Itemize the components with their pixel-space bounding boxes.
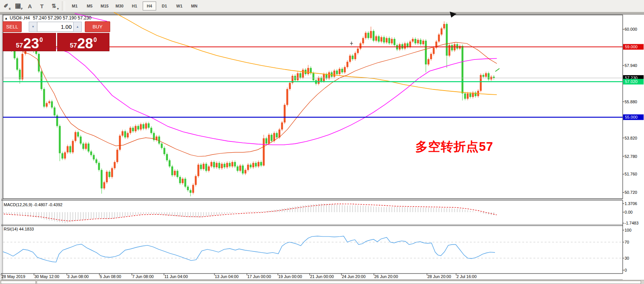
sell-price-box[interactable]: 57 23 0 [3, 33, 56, 51]
volume-input[interactable] [37, 22, 74, 32]
svg-text:17 Jun 00:00: 17 Jun 00:00 [247, 274, 271, 279]
ma-slow-orange [114, 12, 497, 95]
svg-text:13 Jun 04:00: 13 Jun 04:00 [215, 274, 239, 279]
price-axis[interactable]: 60.00057.94055.88053.82052.78051.76050.7… [623, 27, 644, 272]
svg-text:28 Jun 20:00: 28 Jun 20:00 [427, 274, 451, 279]
svg-text:7 Jun 08:00: 7 Jun 08:00 [132, 274, 154, 279]
quote-prices-row: 57 23 0 57 28 0 [3, 33, 109, 51]
svg-text:70: 70 [625, 240, 629, 244]
svg-text:52.780: 52.780 [625, 154, 637, 159]
green-mark-object[interactable] [495, 68, 499, 71]
sell-price-point: 0 [40, 37, 43, 43]
rsi-pane [3, 236, 623, 262]
svg-text:57.940: 57.940 [625, 63, 637, 68]
svg-text:30 May 12:00: 30 May 12:00 [34, 274, 59, 279]
sell-button[interactable]: SELL [3, 21, 22, 32]
svg-text:19 Jun 00:00: 19 Jun 00:00 [278, 274, 302, 279]
svg-text:11 Jun 04:00: 11 Jun 04:00 [164, 274, 188, 279]
svg-text:60.000: 60.000 [625, 27, 637, 31]
svg-text:5 Jun 08:00: 5 Jun 08:00 [100, 274, 121, 279]
ma-mid-magenta [55, 48, 497, 145]
volume-decrease-button[interactable]: ▼ [29, 22, 37, 32]
collapse-triangle-icon[interactable]: ▲ [4, 16, 8, 20]
mt4-window: ✐E⿙FAT⇅▾ M1M5M15M30H1H4D1W1MN 60.00057.9… [0, 0, 644, 284]
svg-text:28 May 2019: 28 May 2019 [1, 274, 25, 279]
svg-text:57.020: 57.020 [625, 79, 638, 84]
svg-text:21 Jun 00:00: 21 Jun 00:00 [310, 274, 334, 279]
buy-price-box[interactable]: 57 28 0 [57, 33, 109, 51]
macd-indicator-label: MACD(12,26,9) -0.4807 -0.4392 [4, 202, 62, 207]
rsi-line [3, 236, 495, 262]
svg-text:-1.7483: -1.7483 [625, 221, 638, 225]
svg-text:30: 30 [625, 256, 629, 260]
svg-text:55.880: 55.880 [625, 100, 637, 104]
buy-price-point: 0 [93, 37, 97, 43]
svg-text:2 Jul 16:00: 2 Jul 16:00 [456, 274, 477, 279]
svg-text:3 Jun 08:00: 3 Jun 08:00 [67, 274, 89, 279]
chevron-down-icon: ▼ [32, 25, 35, 28]
sell-price-whole: 57 [16, 42, 23, 49]
svg-text:50.720: 50.720 [625, 190, 637, 195]
svg-text:53.820: 53.820 [625, 136, 637, 140]
svg-text:0: 0 [625, 268, 627, 272]
chart-header: ▲USOil-,H457.240 57.290 57.190 57.230 [4, 15, 92, 21]
svg-text:24 Jun 20:00: 24 Jun 20:00 [342, 274, 366, 279]
buy-price-whole: 57 [70, 42, 77, 49]
svg-text:1.3706: 1.3706 [625, 201, 637, 206]
macd-pane [4, 204, 497, 223]
svg-text:59.000: 59.000 [625, 45, 638, 49]
volume-increase-button[interactable]: ▲ [73, 22, 82, 32]
svg-text:0.00: 0.00 [625, 210, 632, 214]
svg-text:55.000: 55.000 [625, 115, 638, 119]
svg-text:100: 100 [625, 228, 631, 232]
buy-price-pips: 28 [77, 37, 93, 50]
svg-text:26 Jun 20:00: 26 Jun 20:00 [374, 274, 398, 279]
buy-button[interactable]: BUY [85, 21, 110, 32]
ohlc-values: 57.240 57.290 57.190 57.230 [33, 15, 92, 21]
trade-controls-row: SELL ▼ ▲ BUY [3, 21, 109, 31]
svg-text:51.760: 51.760 [625, 172, 637, 176]
one-click-trading-panel: SELL ▼ ▲ BUY 57 23 0 57 28 0 [3, 21, 109, 51]
time-axis[interactable]: 28 May 201930 May 12:003 Jun 08:005 Jun … [1, 274, 477, 279]
chart-text-annotation: 多空转折点57 [415, 138, 493, 155]
arrow-object[interactable] [450, 12, 456, 18]
sell-price-pips: 23 [23, 37, 39, 50]
rsi-indicator-label: RSI(14) 44.1833 [4, 227, 34, 231]
chevron-up-icon: ▲ [76, 25, 79, 28]
symbol-label: USOil-,H4 [10, 15, 30, 21]
macd-signal-line [4, 204, 497, 221]
